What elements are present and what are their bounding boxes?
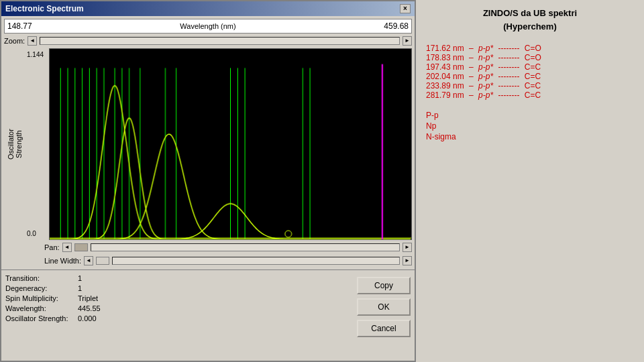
zoom-right-arrow[interactable]: ► (402, 36, 412, 46)
pan-thumb[interactable] (74, 243, 88, 251)
transition-label: Transition: (5, 274, 72, 282)
transition-row: Transition: 1 (5, 274, 352, 282)
close-button[interactable]: × (400, 4, 411, 13)
degeneracy-value: 1 (78, 284, 82, 292)
linewidth-left-arrow[interactable]: ◄ (84, 256, 93, 265)
transition-line: 171.62 nm – p-p* -------- C=O (426, 44, 634, 53)
spectrum-canvas-wrapper[interactable] (49, 48, 412, 240)
oscillator-value: 0.000 (78, 314, 97, 322)
wavelength-label: Wavelength (nm) (180, 22, 235, 30)
pan-label: Pan: (44, 243, 60, 251)
wavelength-info-row: Wavelength: 445.55 (5, 304, 352, 312)
pan-right-arrow[interactable]: ► (402, 243, 412, 252)
cancel-button[interactable]: Cancel (357, 320, 411, 337)
wavelength-bar: 148.77 Wavelength (nm) 459.68 (4, 19, 412, 34)
pan-track[interactable] (91, 243, 400, 251)
linewidth-row: Line Width: ◄ ► (4, 255, 412, 267)
wavelength-info-value: 445.55 (78, 304, 101, 312)
spin-label: Spin Multiplicity: (5, 294, 72, 302)
linewidth-track[interactable] (112, 257, 400, 265)
copy-button[interactable]: Copy (357, 277, 411, 294)
y-bottom-value: 0.0 (27, 230, 48, 237)
info-grid: Transition: 1 Degeneracy: 1 Spin Multipl… (5, 274, 352, 357)
transition-line: 281.79 nm – p-p* -------- C=C (426, 90, 634, 100)
degeneracy-row: Degeneracy: 1 (5, 284, 352, 292)
legend-item: N-sigma (426, 132, 634, 141)
ok-button[interactable]: OK (357, 298, 411, 316)
wavelength-info-label: Wavelength: (5, 304, 72, 312)
zoom-left-arrow[interactable]: ◄ (28, 36, 37, 46)
spin-value: Triplet (78, 294, 98, 302)
right-title-line2: (Hyperchem) (426, 20, 634, 34)
wavelength-right: 459.68 (384, 21, 409, 31)
transition-line: 178.83 nm – n-p* -------- C=O (426, 53, 634, 62)
right-title-line1: ZINDO/S da UB spektri (426, 7, 634, 20)
transition-line: 197.43 nm – p-p* -------- C=C (426, 62, 634, 72)
degeneracy-label: Degeneracy: (5, 284, 72, 292)
button-panel: Copy OK Cancel (357, 274, 411, 357)
electronic-spectrum-dialog: Electronic Spectrum × 148.77 Wavelength … (0, 0, 416, 362)
oscillator-label: Oscillator Strength: (5, 314, 72, 322)
right-panel-title: ZINDO/S da UB spektri (Hyperchem) (426, 7, 634, 33)
linewidth-right-arrow[interactable]: ► (402, 256, 412, 265)
y-top-value: 1.144 (27, 51, 48, 58)
linewidth-label: Line Width: (44, 257, 81, 265)
transition-line: 202.04 nm – p-p* -------- C=C (426, 72, 634, 81)
legend-item: P-p (426, 111, 634, 120)
wavelength-left: 148.77 (7, 21, 32, 31)
transitions-list: 171.62 nm – p-p* -------- C=O178.83 nm –… (426, 44, 634, 100)
bottom-panel: Transition: 1 Degeneracy: 1 Spin Multipl… (1, 269, 415, 361)
right-panel: ZINDO/S da UB spektri (Hyperchem) 171.62… (416, 0, 644, 362)
y-axis-label: OscillatorStrength (4, 48, 25, 240)
spectrum-container: 148.77 Wavelength (nm) 459.68 Zoom: ◄ ► … (1, 16, 415, 269)
pan-row: Pan: ◄ ► (4, 241, 412, 253)
title-bar: Electronic Spectrum × (1, 1, 415, 16)
zoom-row: Zoom: ◄ ► (4, 35, 412, 47)
legend-section: P-pNpN-sigma (426, 111, 634, 141)
transition-value: 1 (78, 274, 82, 282)
y-axis-values: 1.144 0.0 (25, 48, 49, 240)
linewidth-thumb[interactable] (96, 257, 109, 265)
dialog-title: Electronic Spectrum (5, 4, 84, 13)
oscillator-row: Oscillator Strength: 0.000 (5, 314, 352, 322)
legend-item: Np (426, 121, 634, 131)
spin-row: Spin Multiplicity: Triplet (5, 294, 352, 302)
zoom-track[interactable] (40, 37, 400, 45)
zoom-label: Zoom: (4, 37, 25, 45)
transition-line: 233.89 nm – p-p* -------- C=C (426, 81, 634, 90)
chart-area: OscillatorStrength 1.144 0.0 (4, 48, 412, 240)
spectrum-canvas (50, 49, 411, 239)
pan-left-arrow[interactable]: ◄ (62, 243, 72, 252)
